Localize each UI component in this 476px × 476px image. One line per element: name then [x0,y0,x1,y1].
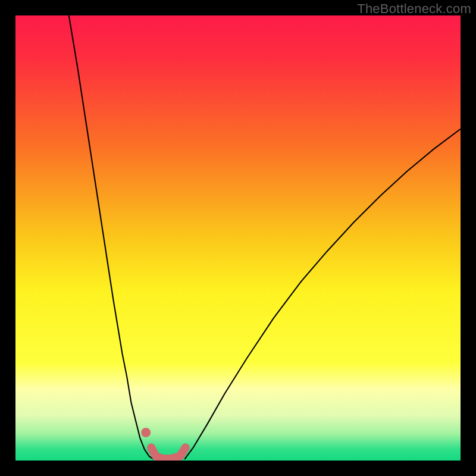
curves-layer [15,15,461,461]
left-curve [69,15,154,459]
watermark-text: TheBottleneck.com [357,1,471,17]
right-curve [184,129,461,459]
plot-area [15,15,461,461]
marker-band [151,447,186,459]
marker-dot [141,428,151,437]
chart-frame: TheBottleneck.com [0,0,476,476]
